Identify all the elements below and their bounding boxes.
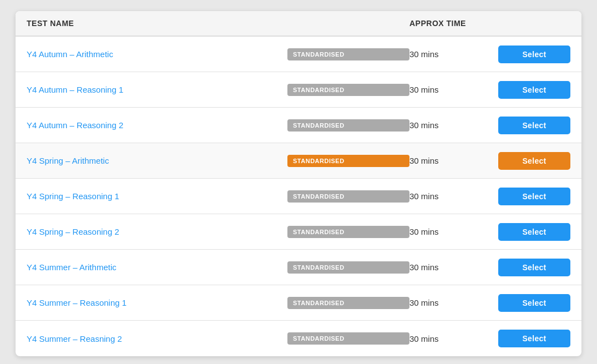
time-text: 30 mins: [409, 49, 498, 59]
standardised-badge: STANDARDISED: [287, 226, 409, 238]
time-text: 30 mins: [409, 156, 498, 165]
time-text: 30 mins: [409, 85, 498, 94]
table-row: Y4 Spring – Reasoning 1 STANDARDISED 30 …: [16, 179, 581, 214]
select-button[interactable]: Select: [498, 117, 570, 134]
standardised-badge: STANDARDISED: [287, 84, 409, 96]
test-name-link[interactable]: Y4 Spring – Reasoning 2: [27, 227, 287, 236]
table-row: Y4 Spring – Reasoning 2 STANDARDISED 30 …: [16, 214, 581, 250]
test-name-link[interactable]: Y4 Summer – Arithmetic: [27, 262, 287, 272]
col-header-test-name: TEST NAME: [27, 19, 287, 28]
test-name-link[interactable]: Y4 Autumn – Reasoning 2: [27, 120, 287, 130]
select-button[interactable]: Select: [498, 259, 570, 276]
test-name-link[interactable]: Y4 Autumn – Arithmetic: [27, 49, 287, 59]
table-row: Y4 Summer – Reasning 2 STANDARDISED 30 m…: [16, 321, 581, 356]
test-name-link[interactable]: Y4 Summer – Reasning 2: [27, 334, 287, 343]
time-text: 30 mins: [409, 120, 498, 130]
select-button[interactable]: Select: [498, 46, 570, 63]
select-button[interactable]: Select: [498, 223, 570, 241]
time-text: 30 mins: [409, 227, 498, 236]
time-text: 30 mins: [409, 298, 498, 307]
time-text: 30 mins: [409, 191, 498, 201]
standardised-badge: STANDARDISED: [287, 190, 409, 203]
table-row: Y4 Spring – Arithmetic STANDARDISED 30 m…: [16, 143, 581, 179]
select-button[interactable]: Select: [498, 81, 570, 99]
table-header: TEST NAME APPROX TIME: [16, 11, 581, 37]
standardised-badge: STANDARDISED: [287, 297, 409, 309]
standardised-badge: STANDARDISED: [287, 261, 409, 274]
test-name-link[interactable]: Y4 Autumn – Reasoning 1: [27, 85, 287, 94]
col-header-badge: [287, 19, 409, 28]
test-table: TEST NAME APPROX TIME Y4 Autumn – Arithm…: [16, 11, 581, 356]
select-button[interactable]: Select: [498, 188, 570, 205]
table-row: Y4 Summer – Reasoning 1 STANDARDISED 30 …: [16, 285, 581, 321]
standardised-badge: STANDARDISED: [287, 332, 409, 345]
select-button[interactable]: Select: [498, 294, 570, 312]
select-button[interactable]: Select: [498, 330, 570, 347]
standardised-badge: STANDARDISED: [287, 155, 409, 167]
table-row: Y4 Autumn – Reasoning 1 STANDARDISED 30 …: [16, 72, 581, 108]
table-row: Y4 Autumn – Reasoning 2 STANDARDISED 30 …: [16, 108, 581, 143]
select-button[interactable]: Select: [498, 152, 570, 170]
col-header-approx-time: APPROX TIME: [409, 19, 498, 28]
time-text: 30 mins: [409, 334, 498, 343]
table-row: Y4 Autumn – Arithmetic STANDARDISED 30 m…: [16, 37, 581, 72]
standardised-badge: STANDARDISED: [287, 119, 409, 132]
test-name-link[interactable]: Y4 Summer – Reasoning 1: [27, 298, 287, 307]
standardised-badge: STANDARDISED: [287, 48, 409, 60]
table-body: Y4 Autumn – Arithmetic STANDARDISED 30 m…: [16, 37, 581, 356]
time-text: 30 mins: [409, 262, 498, 272]
test-name-link[interactable]: Y4 Spring – Arithmetic: [27, 156, 287, 165]
table-row: Y4 Summer – Arithmetic STANDARDISED 30 m…: [16, 250, 581, 285]
col-header-action: [498, 19, 570, 28]
test-name-link[interactable]: Y4 Spring – Reasoning 1: [27, 191, 287, 201]
